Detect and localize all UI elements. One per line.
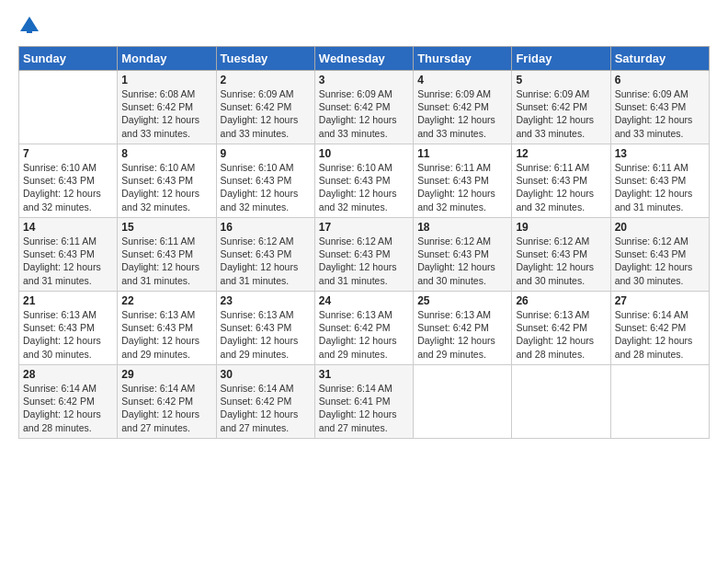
day-info: Sunrise: 6:13 AM Sunset: 6:43 PM Dayligh…: [23, 308, 113, 361]
day-info: Sunrise: 6:14 AM Sunset: 6:42 PM Dayligh…: [221, 382, 311, 434]
calendar-header-friday: Friday: [512, 47, 610, 71]
calendar-cell: 27Sunrise: 6:14 AM Sunset: 6:42 PM Dayli…: [610, 292, 709, 365]
day-info: Sunrise: 6:13 AM Sunset: 6:42 PM Dayligh…: [417, 308, 507, 361]
calendar-cell: 31Sunrise: 6:14 AM Sunset: 6:41 PM Dayli…: [314, 365, 413, 439]
day-number: 19: [516, 221, 606, 234]
calendar-cell: 19Sunrise: 6:12 AM Sunset: 6:43 PM Dayli…: [512, 218, 610, 292]
day-info: Sunrise: 6:09 AM Sunset: 6:42 PM Dayligh…: [319, 87, 409, 140]
day-number: 12: [516, 147, 606, 160]
day-number: 9: [221, 147, 311, 160]
calendar-cell: 21Sunrise: 6:13 AM Sunset: 6:43 PM Dayli…: [19, 292, 118, 365]
calendar-week-row: 7Sunrise: 6:10 AM Sunset: 6:43 PM Daylig…: [19, 144, 710, 218]
day-number: 21: [23, 294, 113, 307]
day-number: 3: [319, 74, 409, 86]
calendar-cell: 5Sunrise: 6:09 AM Sunset: 6:42 PM Daylig…: [512, 71, 610, 144]
day-number: 22: [121, 294, 211, 307]
day-number: 2: [221, 74, 311, 86]
calendar-table: SundayMondayTuesdayWednesdayThursdayFrid…: [18, 46, 710, 439]
day-number: 14: [23, 221, 113, 234]
calendar-cell: [19, 71, 118, 144]
day-number: 24: [319, 294, 409, 307]
calendar-cell: 17Sunrise: 6:12 AM Sunset: 6:43 PM Dayli…: [314, 218, 413, 292]
day-info: Sunrise: 6:10 AM Sunset: 6:43 PM Dayligh…: [221, 161, 311, 213]
calendar-cell: 24Sunrise: 6:13 AM Sunset: 6:42 PM Dayli…: [314, 292, 413, 365]
day-number: 20: [615, 221, 705, 234]
day-number: 5: [516, 74, 606, 86]
calendar-cell: 26Sunrise: 6:13 AM Sunset: 6:42 PM Dayli…: [512, 292, 610, 365]
logo-icon: [18, 15, 40, 37]
calendar-header-saturday: Saturday: [610, 47, 709, 71]
day-number: 4: [417, 74, 507, 86]
day-number: 25: [417, 294, 507, 307]
calendar-cell: 14Sunrise: 6:11 AM Sunset: 6:43 PM Dayli…: [19, 218, 118, 292]
day-info: Sunrise: 6:11 AM Sunset: 6:43 PM Dayligh…: [615, 161, 705, 213]
day-info: Sunrise: 6:14 AM Sunset: 6:42 PM Dayligh…: [121, 382, 211, 434]
calendar-cell: 22Sunrise: 6:13 AM Sunset: 6:43 PM Dayli…: [118, 292, 216, 365]
day-info: Sunrise: 6:14 AM Sunset: 6:42 PM Dayligh…: [23, 382, 113, 434]
day-info: Sunrise: 6:11 AM Sunset: 6:43 PM Dayligh…: [121, 235, 211, 287]
calendar-cell: 13Sunrise: 6:11 AM Sunset: 6:43 PM Dayli…: [610, 144, 709, 218]
calendar-cell: 1Sunrise: 6:08 AM Sunset: 6:42 PM Daylig…: [118, 71, 216, 144]
day-info: Sunrise: 6:14 AM Sunset: 6:41 PM Dayligh…: [319, 382, 409, 434]
calendar-cell: 6Sunrise: 6:09 AM Sunset: 6:43 PM Daylig…: [610, 71, 709, 144]
day-number: 29: [121, 368, 211, 381]
calendar-cell: 11Sunrise: 6:11 AM Sunset: 6:43 PM Dayli…: [414, 144, 512, 218]
day-info: Sunrise: 6:14 AM Sunset: 6:42 PM Dayligh…: [615, 308, 705, 361]
svg-rect-1: [27, 28, 32, 33]
day-info: Sunrise: 6:09 AM Sunset: 6:42 PM Dayligh…: [221, 87, 311, 140]
day-info: Sunrise: 6:12 AM Sunset: 6:43 PM Dayligh…: [221, 235, 311, 287]
calendar-cell: 8Sunrise: 6:10 AM Sunset: 6:43 PM Daylig…: [118, 144, 216, 218]
day-info: Sunrise: 6:13 AM Sunset: 6:42 PM Dayligh…: [319, 308, 409, 361]
day-number: 1: [121, 74, 211, 86]
day-info: Sunrise: 6:10 AM Sunset: 6:43 PM Dayligh…: [319, 161, 409, 213]
calendar-cell: 9Sunrise: 6:10 AM Sunset: 6:43 PM Daylig…: [216, 144, 314, 218]
day-info: Sunrise: 6:11 AM Sunset: 6:43 PM Dayligh…: [417, 161, 507, 213]
calendar-cell: 18Sunrise: 6:12 AM Sunset: 6:43 PM Dayli…: [414, 218, 512, 292]
calendar-cell: [512, 365, 610, 439]
day-number: 10: [319, 147, 409, 160]
calendar-cell: [610, 365, 709, 439]
day-info: Sunrise: 6:13 AM Sunset: 6:43 PM Dayligh…: [221, 308, 311, 361]
calendar-cell: 16Sunrise: 6:12 AM Sunset: 6:43 PM Dayli…: [216, 218, 314, 292]
day-info: Sunrise: 6:09 AM Sunset: 6:43 PM Dayligh…: [615, 87, 705, 140]
day-info: Sunrise: 6:12 AM Sunset: 6:43 PM Dayligh…: [319, 235, 409, 287]
calendar-cell: 28Sunrise: 6:14 AM Sunset: 6:42 PM Dayli…: [19, 365, 118, 439]
day-number: 30: [221, 368, 311, 381]
calendar-cell: 4Sunrise: 6:09 AM Sunset: 6:42 PM Daylig…: [414, 71, 512, 144]
header: [18, 15, 710, 37]
day-info: Sunrise: 6:13 AM Sunset: 6:43 PM Dayligh…: [121, 308, 211, 361]
day-info: Sunrise: 6:10 AM Sunset: 6:43 PM Dayligh…: [23, 161, 113, 213]
day-number: 8: [121, 147, 211, 160]
calendar-header-sunday: Sunday: [19, 47, 118, 71]
day-number: 18: [417, 221, 507, 234]
day-info: Sunrise: 6:13 AM Sunset: 6:42 PM Dayligh…: [516, 308, 606, 361]
calendar-cell: 25Sunrise: 6:13 AM Sunset: 6:42 PM Dayli…: [414, 292, 512, 365]
day-number: 11: [417, 147, 507, 160]
calendar-week-row: 14Sunrise: 6:11 AM Sunset: 6:43 PM Dayli…: [19, 218, 710, 292]
logo: [18, 15, 44, 37]
day-info: Sunrise: 6:12 AM Sunset: 6:43 PM Dayligh…: [417, 235, 507, 287]
day-number: 23: [221, 294, 311, 307]
calendar-cell: 12Sunrise: 6:11 AM Sunset: 6:43 PM Dayli…: [512, 144, 610, 218]
day-number: 13: [615, 147, 705, 160]
day-number: 28: [23, 368, 113, 381]
day-number: 26: [516, 294, 606, 307]
calendar-cell: 2Sunrise: 6:09 AM Sunset: 6:42 PM Daylig…: [216, 71, 314, 144]
day-info: Sunrise: 6:10 AM Sunset: 6:43 PM Dayligh…: [121, 161, 211, 213]
day-info: Sunrise: 6:09 AM Sunset: 6:42 PM Dayligh…: [516, 87, 606, 140]
calendar-header-monday: Monday: [118, 47, 216, 71]
calendar-week-row: 21Sunrise: 6:13 AM Sunset: 6:43 PM Dayli…: [19, 292, 710, 365]
calendar-cell: 15Sunrise: 6:11 AM Sunset: 6:43 PM Dayli…: [118, 218, 216, 292]
calendar-cell: 29Sunrise: 6:14 AM Sunset: 6:42 PM Dayli…: [118, 365, 216, 439]
calendar-cell: 10Sunrise: 6:10 AM Sunset: 6:43 PM Dayli…: [314, 144, 413, 218]
day-number: 15: [121, 221, 211, 234]
calendar-cell: 3Sunrise: 6:09 AM Sunset: 6:42 PM Daylig…: [314, 71, 413, 144]
calendar-cell: [414, 365, 512, 439]
calendar-cell: 23Sunrise: 6:13 AM Sunset: 6:43 PM Dayli…: [216, 292, 314, 365]
calendar-cell: 20Sunrise: 6:12 AM Sunset: 6:43 PM Dayli…: [610, 218, 709, 292]
day-info: Sunrise: 6:09 AM Sunset: 6:42 PM Dayligh…: [417, 87, 507, 140]
day-info: Sunrise: 6:12 AM Sunset: 6:43 PM Dayligh…: [516, 235, 606, 287]
calendar-header-thursday: Thursday: [414, 47, 512, 71]
day-number: 6: [615, 74, 705, 86]
calendar-header-wednesday: Wednesday: [314, 47, 413, 71]
